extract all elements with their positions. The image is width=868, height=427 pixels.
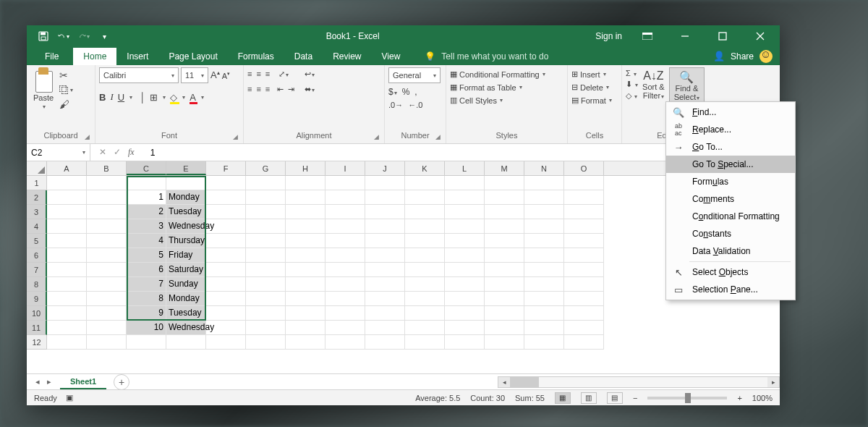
fill-color-icon[interactable]: ◇ bbox=[170, 92, 177, 103]
cell[interactable] bbox=[485, 321, 524, 335]
column-header[interactable]: F bbox=[206, 161, 246, 175]
zoom-slider[interactable] bbox=[647, 397, 727, 399]
row-header[interactable]: 2 bbox=[27, 190, 47, 205]
borders-icon[interactable]: ⊞ bbox=[150, 92, 158, 103]
cell[interactable] bbox=[445, 234, 485, 248]
cell[interactable] bbox=[564, 190, 604, 205]
cell[interactable] bbox=[206, 335, 246, 350]
cell[interactable] bbox=[445, 292, 485, 306]
cell-styles-button[interactable]: ▥Cell Styles▾ bbox=[450, 95, 503, 106]
cell[interactable] bbox=[445, 190, 485, 205]
cell[interactable] bbox=[365, 190, 405, 205]
cell[interactable] bbox=[405, 321, 445, 335]
cell[interactable] bbox=[524, 190, 564, 205]
menu-goto-special[interactable]: Go To Special... bbox=[666, 156, 795, 173]
cell[interactable] bbox=[564, 292, 604, 306]
horizontal-scrollbar[interactable]: ◂ ▸ bbox=[498, 376, 780, 388]
cell[interactable] bbox=[87, 190, 127, 205]
cell[interactable] bbox=[47, 190, 87, 205]
cell[interactable]: 6 bbox=[127, 263, 166, 277]
select-all-button[interactable] bbox=[27, 161, 47, 175]
cell[interactable] bbox=[286, 190, 326, 205]
cell[interactable] bbox=[405, 292, 445, 306]
format-cells-button[interactable]: ▤Format▾ bbox=[571, 95, 612, 106]
name-box[interactable]: C2▾ bbox=[27, 144, 90, 161]
cell[interactable] bbox=[47, 234, 87, 248]
scroll-right-icon[interactable]: ▸ bbox=[767, 377, 779, 387]
feedback-icon[interactable] bbox=[760, 50, 773, 63]
tab-review[interactable]: Review bbox=[323, 48, 371, 65]
row-header[interactable]: 11 bbox=[27, 321, 47, 335]
decrease-decimal-icon[interactable]: ←.0 bbox=[408, 101, 422, 109]
cell[interactable] bbox=[47, 292, 87, 306]
cell[interactable] bbox=[445, 306, 485, 321]
increase-font-icon[interactable]: A▴ bbox=[210, 69, 220, 80]
menu-constants[interactable]: Constants bbox=[666, 225, 795, 242]
cell[interactable] bbox=[365, 248, 405, 263]
cell[interactable] bbox=[47, 205, 87, 219]
menu-comments[interactable]: Comments bbox=[666, 190, 795, 208]
cell[interactable] bbox=[87, 219, 127, 234]
cell[interactable] bbox=[524, 219, 564, 234]
clear-icon[interactable]: ◇ ▾ bbox=[626, 91, 638, 101]
cell[interactable]: 9 bbox=[127, 306, 166, 321]
paste-button[interactable]: Paste ▾ bbox=[30, 67, 56, 110]
font-name-combo[interactable]: Calibri▾ bbox=[99, 67, 179, 83]
cell[interactable] bbox=[445, 321, 485, 335]
cell[interactable] bbox=[564, 263, 604, 277]
autosum-icon[interactable]: Σ ▾ bbox=[626, 69, 638, 77]
cell[interactable] bbox=[87, 263, 127, 277]
cell[interactable]: Friday bbox=[166, 248, 206, 263]
cell[interactable] bbox=[246, 190, 286, 205]
cell[interactable] bbox=[445, 263, 485, 277]
dialog-launcher-icon[interactable]: ◢ bbox=[435, 132, 441, 143]
cell[interactable] bbox=[206, 248, 246, 263]
cell[interactable]: Saturday bbox=[166, 263, 206, 277]
column-header[interactable]: N bbox=[524, 161, 564, 175]
cell[interactable] bbox=[365, 205, 405, 219]
cell[interactable] bbox=[246, 263, 286, 277]
cell[interactable] bbox=[405, 248, 445, 263]
font-color-icon[interactable]: A bbox=[190, 92, 196, 103]
cell[interactable] bbox=[485, 234, 524, 248]
cell[interactable]: Sunday bbox=[166, 277, 206, 292]
cell[interactable] bbox=[564, 248, 604, 263]
tab-view[interactable]: View bbox=[372, 48, 411, 65]
cell[interactable] bbox=[564, 176, 604, 190]
cell[interactable] bbox=[286, 277, 326, 292]
dialog-launcher-icon[interactable]: ◢ bbox=[85, 132, 90, 143]
save-icon[interactable] bbox=[38, 30, 49, 42]
cell[interactable] bbox=[47, 263, 87, 277]
cell[interactable] bbox=[365, 292, 405, 306]
cell[interactable] bbox=[524, 205, 564, 219]
scrollbar-thumb[interactable] bbox=[510, 377, 539, 387]
comma-format-icon[interactable]: , bbox=[414, 87, 417, 97]
cell[interactable] bbox=[326, 263, 365, 277]
cell[interactable] bbox=[326, 321, 365, 335]
delete-cells-button[interactable]: ⊟Delete▾ bbox=[571, 82, 609, 93]
cell[interactable] bbox=[405, 306, 445, 321]
row-header[interactable]: 6 bbox=[27, 248, 47, 263]
cell[interactable] bbox=[365, 234, 405, 248]
menu-find[interactable]: 🔍 Find... bbox=[666, 103, 795, 121]
close-icon[interactable] bbox=[748, 25, 773, 47]
cell[interactable] bbox=[485, 248, 524, 263]
zoom-in-icon[interactable]: + bbox=[737, 394, 741, 402]
insert-function-icon[interactable]: fx bbox=[128, 147, 135, 158]
underline-button[interactable]: U bbox=[118, 92, 124, 103]
cell[interactable]: Monday bbox=[166, 190, 206, 205]
column-header[interactable]: M bbox=[485, 161, 524, 175]
menu-selection-pane[interactable]: ▭ Selection Pane... bbox=[666, 281, 795, 298]
cell[interactable] bbox=[445, 219, 485, 234]
cell[interactable] bbox=[326, 292, 365, 306]
format-painter-icon[interactable]: 🖌 bbox=[59, 98, 72, 110]
cell[interactable] bbox=[127, 335, 166, 350]
align-right-icon[interactable]: ≡ bbox=[265, 85, 270, 94]
cell[interactable]: 8 bbox=[127, 292, 166, 306]
wrap-text-icon[interactable]: ↩▾ bbox=[305, 69, 315, 79]
insert-cells-button[interactable]: ⊞Insert▾ bbox=[571, 69, 606, 80]
cell[interactable] bbox=[564, 234, 604, 248]
zoom-thumb[interactable] bbox=[685, 393, 691, 403]
copy-icon[interactable]: ⿻▾ bbox=[59, 84, 72, 96]
cell[interactable] bbox=[47, 277, 87, 292]
